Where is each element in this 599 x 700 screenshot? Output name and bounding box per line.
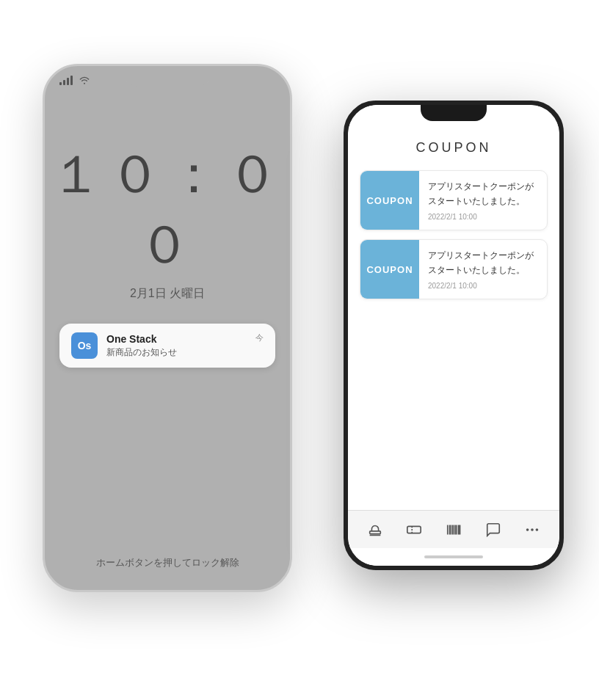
- svg-point-13: [531, 528, 534, 531]
- notification-content: One Stack 新商品のお知らせ: [106, 333, 247, 359]
- coupon-screen-title: COUPON: [348, 140, 559, 156]
- coupon-info-2: アプリスタートクーポンがスタートいたしました。 2022/2/1 10:00: [419, 241, 547, 296]
- nav-chat-icon[interactable]: [480, 517, 507, 543]
- bottom-nav: [348, 510, 559, 548]
- coupon-info-1: アプリスタートクーポンがスタートいたしました。 2022/2/1 10:00: [419, 172, 547, 227]
- coupon-date-1: 2022/2/1 10:00: [428, 213, 538, 221]
- nav-barcode-icon[interactable]: [440, 517, 467, 543]
- svg-rect-0: [369, 531, 380, 533]
- left-phone: １０：００ 2月1日 火曜日 Os One Stack 新商品のお知らせ 今 ホ…: [43, 64, 292, 592]
- right-notch: [421, 105, 487, 121]
- notification-app-name: One Stack: [106, 333, 247, 345]
- left-notch: [123, 66, 211, 87]
- lock-hint: ホームボタンを押してロック解除: [45, 556, 290, 569]
- coupon-badge-1: COUPON: [360, 171, 419, 230]
- nav-more-icon[interactable]: [519, 517, 545, 543]
- svg-rect-2: [407, 526, 421, 533]
- coupon-screen: COUPON COUPON アプリスタートクーポンがスタートいたしました。 20…: [348, 105, 559, 566]
- coupon-item-2[interactable]: COUPON アプリスタートクーポンがスタートいたしました。 2022/2/1 …: [360, 239, 548, 299]
- svg-point-14: [536, 528, 539, 531]
- scene: １０：００ 2月1日 火曜日 Os One Stack 新商品のお知らせ 今 ホ…: [21, 27, 578, 673]
- nav-stamp-icon[interactable]: [362, 517, 388, 543]
- lock-clock: １０：００: [45, 139, 290, 280]
- notification-card[interactable]: Os One Stack 新商品のお知らせ 今: [59, 324, 275, 368]
- coupon-list: COUPON アプリスタートクーポンがスタートいたしました。 2022/2/1 …: [348, 170, 559, 510]
- app-icon: Os: [71, 332, 98, 359]
- wifi-icon: [79, 76, 90, 84]
- coupon-badge-2: COUPON: [360, 240, 419, 299]
- notification-body: 新商品のお知らせ: [106, 346, 247, 359]
- coupon-desc-2: アプリスタートクーポンがスタートいたしました。: [428, 249, 538, 277]
- home-indicator: [348, 548, 559, 566]
- svg-point-12: [526, 528, 529, 531]
- home-indicator-bar: [424, 555, 483, 558]
- signal-icon: [59, 75, 73, 85]
- nav-coupon-icon[interactable]: [401, 517, 427, 543]
- coupon-date-2: 2022/2/1 10:00: [428, 282, 538, 290]
- coupon-item-1[interactable]: COUPON アプリスタートクーポンがスタートいたしました。 2022/2/1 …: [360, 170, 548, 230]
- coupon-desc-1: アプリスタートクーポンがスタートいたしました。: [428, 180, 538, 208]
- notification-time: 今: [255, 332, 264, 343]
- right-phone: COUPON COUPON アプリスタートクーポンがスタートいたしました。 20…: [344, 101, 564, 570]
- lock-date: 2月1日 火曜日: [45, 286, 290, 302]
- right-phone-inner: COUPON COUPON アプリスタートクーポンがスタートいたしました。 20…: [348, 105, 559, 566]
- lock-time-area: １０：００ 2月1日 火曜日: [45, 139, 290, 302]
